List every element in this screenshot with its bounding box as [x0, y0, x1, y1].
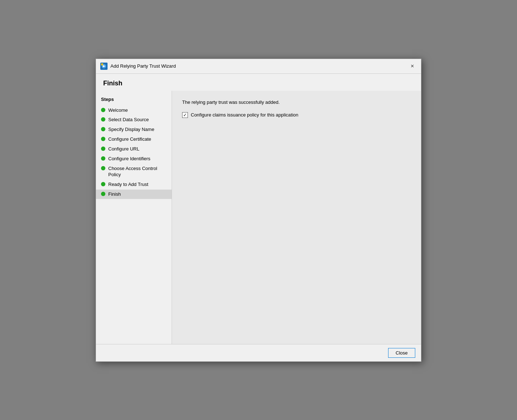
step-dot-specify-display-name — [101, 127, 105, 131]
footer: Close — [96, 344, 421, 361]
close-window-button[interactable]: × — [408, 62, 417, 71]
steps-header: Steps — [96, 94, 172, 106]
step-item-select-data-source[interactable]: Select Data Source — [96, 115, 172, 125]
step-dot-configure-url — [101, 147, 105, 151]
success-message: The relying party trust was successfully… — [182, 99, 411, 105]
svg-rect-3 — [101, 63, 103, 65]
page-header: Finish — [96, 74, 421, 91]
step-item-configure-url[interactable]: Configure URL — [96, 144, 172, 154]
step-label-select-data-source: Select Data Source — [108, 117, 149, 123]
step-item-finish[interactable]: Finish — [96, 190, 172, 199]
step-item-specify-display-name[interactable]: Specify Display Name — [96, 125, 172, 135]
checkmark-icon: ✓ — [183, 113, 187, 117]
step-dot-welcome — [101, 108, 105, 112]
add-relying-party-trust-wizard: Add Relying Party Trust Wizard × Finish … — [96, 59, 421, 362]
step-label-welcome: Welcome — [108, 107, 128, 114]
content-area: Steps Welcome Select Data Source Specify… — [96, 91, 421, 344]
step-dot-configure-identifiers — [101, 156, 105, 161]
step-label-configure-url: Configure URL — [108, 146, 139, 152]
step-label-choose-access-control-policy: Choose Access Control Policy — [108, 166, 167, 178]
step-dot-select-data-source — [101, 117, 105, 122]
steps-panel: Steps Welcome Select Data Source Specify… — [96, 91, 172, 344]
close-button[interactable]: Close — [388, 348, 415, 358]
step-label-configure-certificate: Configure Certificate — [108, 136, 151, 143]
step-dot-finish — [101, 192, 105, 196]
main-panel: The relying party trust was successfully… — [172, 91, 421, 344]
configure-policy-label: Configure claims issuance policy for thi… — [191, 112, 298, 118]
step-item-ready-to-add-trust[interactable]: Ready to Add Trust — [96, 180, 172, 190]
step-label-ready-to-add-trust: Ready to Add Trust — [108, 182, 148, 188]
step-item-configure-certificate[interactable]: Configure Certificate — [96, 135, 172, 144]
step-dot-ready-to-add-trust — [101, 182, 105, 186]
configure-policy-checkbox-row[interactable]: ✓ Configure claims issuance policy for t… — [182, 112, 411, 118]
step-item-welcome[interactable]: Welcome — [96, 106, 172, 115]
step-item-configure-identifiers[interactable]: Configure Identifiers — [96, 154, 172, 164]
checkbox-container[interactable]: ✓ Configure claims issuance policy for t… — [182, 112, 298, 118]
titlebar-title: Add Relying Party Trust Wizard — [110, 63, 176, 69]
step-label-specify-display-name: Specify Display Name — [108, 127, 154, 133]
step-label-finish: Finish — [108, 191, 121, 198]
step-dot-choose-access-control-policy — [101, 166, 105, 170]
titlebar: Add Relying Party Trust Wizard × — [96, 59, 421, 74]
wizard-icon — [100, 63, 108, 70]
step-item-choose-access-control-policy[interactable]: Choose Access Control Policy — [96, 164, 172, 180]
step-label-configure-identifiers: Configure Identifiers — [108, 156, 150, 162]
configure-policy-checkbox[interactable]: ✓ — [182, 112, 188, 118]
page-title: Finish — [103, 80, 122, 87]
step-dot-configure-certificate — [101, 137, 105, 141]
titlebar-left: Add Relying Party Trust Wizard — [100, 63, 176, 70]
